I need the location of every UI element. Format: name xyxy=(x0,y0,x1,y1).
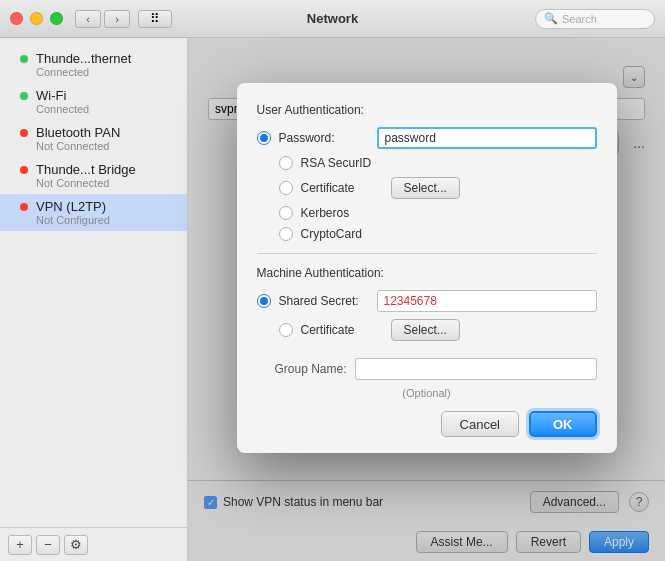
password-radio-label: Password: xyxy=(279,131,369,145)
status-dot xyxy=(20,203,28,211)
rsa-radio[interactable] xyxy=(279,156,293,170)
sidebar-item-status: Connected xyxy=(36,66,175,78)
kerberos-radio[interactable] xyxy=(279,206,293,220)
certificate-radio-label: Certificate xyxy=(301,181,383,195)
rsa-radio-label: RSA SecurID xyxy=(301,156,372,170)
machine-select-label: Select... xyxy=(404,323,447,337)
machine-cert-select-button[interactable]: Select... xyxy=(391,319,460,341)
optional-label: (Optional) xyxy=(257,387,597,399)
cryptocard-radio-row: CryptoCard xyxy=(279,227,597,241)
settings-button[interactable]: ⚙ xyxy=(64,535,88,555)
sidebar-item-bluetooth-pan[interactable]: Bluetooth PAN Not Connected xyxy=(0,120,187,157)
sidebar-item-label: Bluetooth PAN xyxy=(36,125,120,140)
user-auth-title: User Authentication: xyxy=(257,103,597,117)
group-name-input[interactable] xyxy=(355,358,597,380)
main-area: Thunde...thernet Connected Wi-Fi Connect… xyxy=(0,38,665,561)
ok-button[interactable]: OK xyxy=(529,411,597,437)
sidebar-item-label: Wi-Fi xyxy=(36,88,66,103)
search-placeholder: Search xyxy=(562,13,597,25)
sidebar-item-label: Thunde...thernet xyxy=(36,51,131,66)
sidebar-item-label: VPN (L2TP) xyxy=(36,199,106,214)
back-button[interactable]: ‹ xyxy=(75,10,101,28)
sidebar-item-wifi[interactable]: Wi-Fi Connected xyxy=(0,83,187,120)
sidebar-item-label: Thunde...t Bridge xyxy=(36,162,136,177)
cryptocard-radio-label: CryptoCard xyxy=(301,227,362,241)
machine-cert-radio[interactable] xyxy=(279,323,293,337)
sidebar-item-vpn-l2tp[interactable]: VPN (L2TP) Not Configured xyxy=(0,194,187,231)
minimize-button[interactable] xyxy=(30,12,43,25)
cert-select-label: Select... xyxy=(404,181,447,195)
password-radio-row: Password: xyxy=(257,127,597,149)
shared-secret-radio[interactable] xyxy=(257,294,271,308)
modal-buttons: Cancel OK xyxy=(257,411,597,437)
search-bar[interactable]: 🔍 Search xyxy=(535,9,655,29)
nav-arrows: ‹ › xyxy=(75,10,130,28)
kerberos-radio-label: Kerberos xyxy=(301,206,350,220)
kerberos-radio-row: Kerberos xyxy=(279,206,597,220)
status-dot xyxy=(20,55,28,63)
certificate-select-button[interactable]: Select... xyxy=(391,177,460,199)
password-radio[interactable] xyxy=(257,131,271,145)
modal-overlay: User Authentication: Password: RSA Secur… xyxy=(188,38,665,561)
certificate-radio[interactable] xyxy=(279,181,293,195)
status-dot xyxy=(20,92,28,100)
sidebar-item-status: Not Connected xyxy=(36,177,175,189)
close-button[interactable] xyxy=(10,12,23,25)
group-name-label: Group Name: xyxy=(257,362,347,376)
status-dot xyxy=(20,166,28,174)
sidebar-toolbar: + − ⚙ xyxy=(0,527,187,561)
sidebar: Thunde...thernet Connected Wi-Fi Connect… xyxy=(0,38,188,561)
machine-auth-title: Machine Authentication: xyxy=(257,266,597,280)
shared-secret-radio-row: Shared Secret: xyxy=(257,290,597,312)
remove-connection-button[interactable]: − xyxy=(36,535,60,555)
password-input[interactable] xyxy=(377,127,597,149)
rsa-radio-row: RSA SecurID xyxy=(279,156,597,170)
window-title: Network xyxy=(307,11,358,26)
cancel-button[interactable]: Cancel xyxy=(441,411,519,437)
maximize-button[interactable] xyxy=(50,12,63,25)
cert-radio-row: Certificate Select... xyxy=(279,177,597,199)
machine-cert-radio-row: Certificate Select... xyxy=(279,319,597,341)
sidebar-item-status: Not Configured xyxy=(36,214,175,226)
search-icon: 🔍 xyxy=(544,12,558,25)
divider xyxy=(257,253,597,254)
grid-button[interactable]: ⠿ xyxy=(138,10,172,28)
window-controls xyxy=(10,12,63,25)
sidebar-item-thunderbolt-bridge[interactable]: Thunde...t Bridge Not Connected xyxy=(0,157,187,194)
sidebar-item-thunderbolt-ethernet[interactable]: Thunde...thernet Connected xyxy=(0,46,187,83)
shared-secret-input[interactable] xyxy=(377,290,597,312)
sidebar-item-status: Not Connected xyxy=(36,140,175,152)
cryptocard-radio[interactable] xyxy=(279,227,293,241)
status-dot xyxy=(20,129,28,137)
auth-modal: User Authentication: Password: RSA Secur… xyxy=(237,83,617,453)
shared-secret-label: Shared Secret: xyxy=(279,294,369,308)
add-connection-button[interactable]: + xyxy=(8,535,32,555)
sidebar-item-status: Connected xyxy=(36,103,175,115)
forward-button[interactable]: › xyxy=(104,10,130,28)
titlebar: ‹ › ⠿ Network 🔍 Search xyxy=(0,0,665,38)
right-panel: ⌄ Select... ... ✓ Show VPN status in men… xyxy=(188,38,665,561)
group-name-row: Group Name: xyxy=(257,358,597,380)
machine-cert-label: Certificate xyxy=(301,323,383,337)
